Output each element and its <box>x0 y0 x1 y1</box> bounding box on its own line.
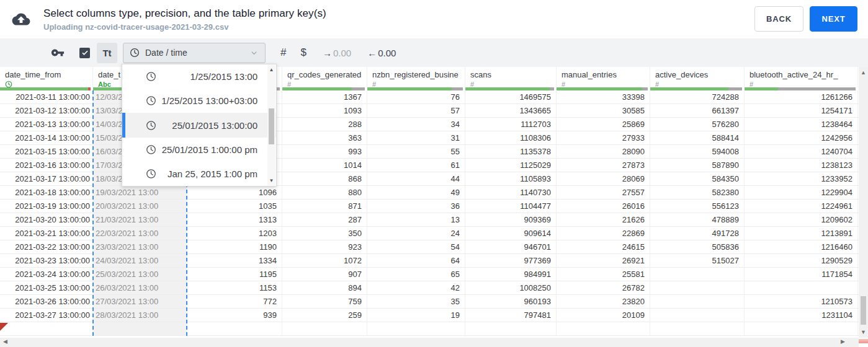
cell[interactable]: 1171854 <box>745 268 858 281</box>
cell[interactable]: 20109 <box>557 309 650 322</box>
cell[interactable]: 24/03/2021 13:00 <box>93 254 187 267</box>
cell[interactable] <box>650 281 745 294</box>
cell[interactable]: 1108306 <box>465 131 557 144</box>
cell[interactable]: 27933 <box>557 131 650 144</box>
cell[interactable]: 57 <box>367 104 465 117</box>
cell[interactable]: 26/03/2021 13:00 <box>93 281 187 294</box>
cell[interactable]: 1140730 <box>465 186 557 199</box>
cell[interactable]: 1014 <box>282 159 367 172</box>
cell[interactable]: 2021-03-24 13:00:00 <box>0 268 93 281</box>
cell[interactable]: 909614 <box>465 227 557 240</box>
cell[interactable]: 2021-03-26 13:00:00 <box>0 295 93 308</box>
cell[interactable]: 26782 <box>557 281 650 294</box>
cell[interactable]: 871 <box>282 200 367 213</box>
cell[interactable]: 23820 <box>557 295 650 308</box>
cell[interactable]: 28/03/2021 13:00 <box>93 309 187 322</box>
cell[interactable]: 42 <box>367 281 465 294</box>
cell[interactable] <box>650 295 745 308</box>
cell[interactable]: 1231104 <box>745 309 858 322</box>
cell[interactable]: 26016 <box>557 200 650 213</box>
cell[interactable]: 478889 <box>650 213 745 226</box>
cell[interactable]: 25/03/2021 13:00 <box>93 268 187 281</box>
text-type-button[interactable]: Tt <box>97 43 117 63</box>
cell[interactable]: 27557 <box>557 186 650 199</box>
cell[interactable]: 939 <box>187 309 282 322</box>
column-type-select[interactable]: Date / time <box>123 43 266 63</box>
cell[interactable]: 993 <box>282 145 367 158</box>
cell[interactable]: 1261266 <box>745 90 858 103</box>
cell[interactable]: 584350 <box>650 172 745 185</box>
cell[interactable]: 2021-03-14 13:00:00 <box>0 131 93 144</box>
cell[interactable]: 76 <box>367 90 465 103</box>
cell[interactable]: 2021-03-21 13:00:00 <box>0 227 93 240</box>
cell[interactable]: 2021-03-22 13:00:00 <box>0 240 93 253</box>
format-option[interactable]: 25/01/2015 1:00:00 pm <box>122 138 276 162</box>
cell[interactable]: 2021-03-20 13:00:00 <box>0 213 93 226</box>
scroll-up-arrow-icon[interactable]: ▲ <box>859 69 868 76</box>
cell[interactable]: 1238464 <box>745 118 858 131</box>
cell[interactable]: 2021-03-12 13:00:00 <box>0 104 93 117</box>
cell[interactable]: 363 <box>282 131 367 144</box>
column-header-qr_codes_generated[interactable]: qr_codes_generated# <box>282 67 367 87</box>
cell[interactable] <box>650 322 745 335</box>
column-header-manual_entries[interactable]: manual_entries# <box>557 67 650 87</box>
cell[interactable]: 1209602 <box>745 213 858 226</box>
cell[interactable]: 24615 <box>557 240 650 253</box>
cell[interactable]: 880 <box>282 186 367 199</box>
cell[interactable]: 287 <box>282 213 367 226</box>
cell[interactable]: 25869 <box>557 118 650 131</box>
cell[interactable]: 2021-03-25 13:00:00 <box>0 281 93 294</box>
cell[interactable]: 1190 <box>187 240 282 253</box>
cell[interactable]: 515027 <box>650 254 745 267</box>
column-header-scans[interactable]: scans# <box>465 67 557 87</box>
cell[interactable]: 724288 <box>650 90 745 103</box>
cell[interactable] <box>650 268 745 281</box>
scroll-down-arrow-icon[interactable]: ▼ <box>859 329 868 335</box>
vertical-scrollbar-thumb[interactable] <box>861 296 866 325</box>
cell[interactable]: 1233952 <box>745 172 858 185</box>
cell[interactable]: 491728 <box>650 227 745 240</box>
cell[interactable]: 35 <box>367 295 465 308</box>
cell[interactable]: 1343665 <box>465 104 557 117</box>
format-option[interactable]: Jan 25, 2015 1:00 pm <box>122 162 276 186</box>
cell[interactable]: 2021-03-11 13:00:00 <box>0 90 93 103</box>
cell[interactable]: 576280 <box>650 118 745 131</box>
cell[interactable]: 1216460 <box>745 240 858 253</box>
cell[interactable]: 1290529 <box>745 254 858 267</box>
cell[interactable]: 65 <box>367 268 465 281</box>
format-option[interactable]: 25/01/2015 13:00:00 <box>122 113 276 137</box>
cell[interactable]: 1367 <box>282 90 367 103</box>
cell[interactable]: 960193 <box>465 295 557 308</box>
cell[interactable]: 1072 <box>282 254 367 267</box>
cell[interactable]: 759 <box>282 295 367 308</box>
decrease-precision-button[interactable]: ←0.00 <box>367 48 396 58</box>
horizontal-scrollbar[interactable]: ◀ ▶ <box>0 338 859 347</box>
cell[interactable]: 44 <box>367 172 465 185</box>
cell[interactable]: 19 <box>367 309 465 322</box>
cell[interactable]: 1125029 <box>465 159 557 172</box>
cell[interactable]: 2021-03-13 13:00:00 <box>0 118 93 131</box>
cell[interactable]: 661397 <box>650 104 745 117</box>
dropdown-scrollbar[interactable]: ▲▼ <box>267 65 275 185</box>
cell[interactable]: 1096 <box>187 186 282 199</box>
cell[interactable]: 909369 <box>465 213 557 226</box>
cell[interactable]: 21/03/2021 13:00 <box>93 213 187 226</box>
cell[interactable]: 1242956 <box>745 131 858 144</box>
column-header-date_time_from[interactable]: date_time_from <box>0 67 93 87</box>
cell[interactable]: 2021-03-19 13:00:00 <box>0 200 93 213</box>
cell[interactable]: 36 <box>367 200 465 213</box>
cell[interactable] <box>650 309 745 322</box>
cell[interactable]: 26921 <box>557 254 650 267</box>
cell[interactable]: 19/03/2021 13:00 <box>93 186 187 199</box>
cell[interactable]: 27/03/2021 13:00 <box>93 295 187 308</box>
cell[interactable]: 1195 <box>187 268 282 281</box>
scroll-left-arrow-icon[interactable]: ◀ <box>3 338 7 345</box>
integer-type-button[interactable]: # <box>280 46 286 59</box>
cell[interactable]: 24 <box>367 227 465 240</box>
cell[interactable]: 923 <box>282 240 367 253</box>
format-option[interactable]: 1/25/2015 13:00+03:00 <box>122 89 276 113</box>
cell[interactable]: 1008250 <box>465 281 557 294</box>
cell[interactable]: 1240704 <box>745 145 858 158</box>
cell[interactable]: 61 <box>367 159 465 172</box>
cell[interactable]: 594008 <box>650 145 745 158</box>
